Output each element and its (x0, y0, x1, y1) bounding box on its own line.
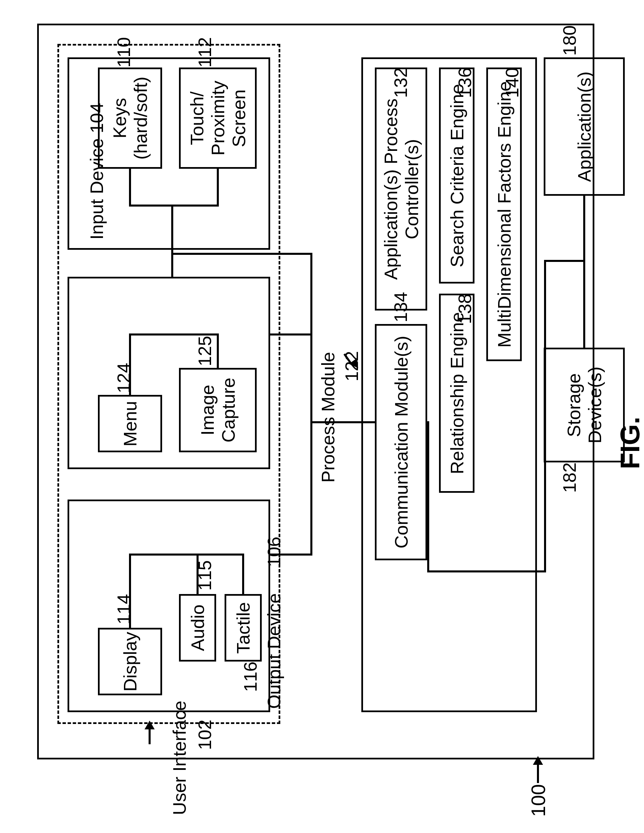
touch-ref: 112 (194, 37, 215, 68)
keys-text: Keys (hard/soft) (109, 69, 151, 167)
multi-engine-text: MultiDimensional Factors Engine (494, 81, 515, 347)
conn-input-main (171, 204, 173, 253)
ref-100: 100 (527, 784, 549, 817)
audio-box: Audio (179, 594, 216, 661)
applications-text: Application(s) (574, 71, 595, 182)
applications-box: Application(s) (544, 57, 625, 196)
conn-mid-up (171, 253, 173, 278)
conn-input-h (129, 204, 219, 207)
display-text: Display (119, 632, 140, 691)
storage-box: Storage Device(s) (544, 347, 625, 462)
bus-to-pm-h (312, 421, 375, 423)
tactile-text: Tactile (233, 602, 254, 653)
keys-box: Keys (hard/soft) (98, 68, 162, 169)
conn-ic-v (217, 333, 219, 369)
comm-module-ref: 134 (390, 292, 411, 322)
display-box: Display (98, 628, 162, 695)
storage-text: Storage Device(s) (563, 349, 605, 461)
process-module-label: Process Module (317, 352, 338, 482)
menu-box: Menu (98, 395, 162, 452)
image-capture-box: Image Capture (179, 368, 257, 452)
image-capture-text: Image Capture (197, 370, 239, 450)
bus-pm-apps-v (427, 421, 429, 572)
search-engine-ref: 136 (454, 68, 475, 98)
applications-ref: 180 (559, 25, 580, 56)
relation-engine-ref: 138 (454, 294, 475, 324)
app-controller-text: Application(s) Process Controller(s) (380, 69, 422, 309)
bus-mid-link2-v (310, 421, 312, 556)
tactile-ref: 116 (240, 661, 261, 692)
bus-mid-entry-h (270, 333, 312, 336)
conn-tact-v (242, 553, 244, 595)
touch-text: Touch/ Proximity Screen (187, 69, 249, 167)
relation-engine-text: Relationship Engine (446, 312, 467, 474)
conn-apps-bus-v (544, 260, 546, 572)
conn-mid-h (129, 333, 219, 336)
conn-keys-v (129, 169, 131, 206)
conn-apps-bus-h (544, 260, 585, 262)
image-capture-ref: 125 (194, 336, 215, 366)
bus-mid-link-v (310, 253, 312, 423)
multi-engine-ref: 140 (501, 68, 522, 98)
app-controller-box: Application(s) Process Controller(s) (375, 68, 427, 310)
diagram-page: 100 FIG. 1 User Interface 102 Input Devi… (0, 0, 644, 833)
storage-ref: 182 (559, 462, 580, 493)
output-device-label: Output Device (263, 593, 284, 709)
menu-text: Menu (119, 400, 140, 446)
multi-engine-box: MultiDimensional Factors Engine (486, 68, 522, 361)
touch-box: Touch/ Proximity Screen (179, 68, 257, 169)
output-device-ref: 106 (263, 537, 284, 567)
bus-pm-apps-h (429, 571, 544, 572)
conn-menu-v (129, 333, 131, 396)
conn-apps-v (583, 196, 585, 349)
tactile-box: Tactile (225, 594, 262, 661)
conn-out-h (129, 553, 244, 556)
search-engine-box: Search Criteria Engine (439, 68, 475, 283)
user-interface-label: User Interface (169, 701, 190, 815)
conn-audio-v (196, 553, 198, 595)
arrow-ui-head (145, 720, 155, 729)
arrow-100-head (533, 756, 543, 765)
app-controller-ref: 132 (390, 68, 411, 98)
bus-ui-mid-h (171, 253, 312, 255)
conn-touch-v (217, 169, 219, 207)
comm-module-box: Communication Module(s) (375, 324, 427, 560)
search-engine-text: Search Criteria Engine (446, 84, 467, 267)
comm-module-text: Communication Module(s) (391, 336, 412, 548)
bus-mid-entry2-h (270, 553, 312, 556)
conn-disp-v (129, 553, 131, 629)
keys-ref: 110 (113, 37, 134, 68)
audio-text: Audio (187, 605, 208, 651)
user-interface-ref: 102 (194, 720, 215, 750)
